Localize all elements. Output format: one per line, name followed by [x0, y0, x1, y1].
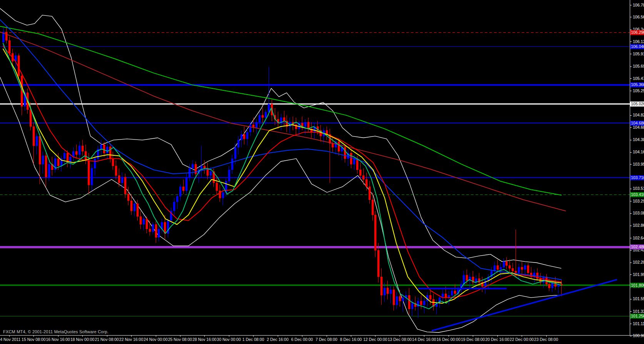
candle-bear	[338, 142, 340, 151]
time-tick-label: 16 Nov 16:00	[46, 337, 70, 342]
candle-bear	[155, 224, 157, 238]
price-tick-label: 106.130	[633, 39, 644, 44]
price-tick-label: 105.475	[633, 76, 644, 81]
candle-bull	[237, 140, 239, 147]
candle-bear	[387, 288, 389, 294]
price-tick-label: 104.385	[633, 137, 644, 142]
price-tick-label: 101.555	[633, 296, 644, 301]
candle-bull	[533, 273, 535, 277]
candle-bear	[88, 160, 90, 185]
candle-bull	[179, 187, 181, 196]
time-tick-label: 30 Nov 00:00	[217, 337, 241, 342]
time-tick-label: 22 Nov 16:00	[119, 337, 143, 342]
price-chart[interactable]: 106.780106.565106.345106.130105.910105.6…	[0, 0, 644, 344]
time-tick-label: 1 Dec 08:00	[242, 337, 264, 342]
price-badge-label: 106.040	[631, 44, 644, 49]
candle-bear	[408, 295, 410, 309]
candle-bull	[192, 164, 194, 168]
candle-bull	[48, 164, 50, 177]
candle-bear	[118, 176, 120, 183]
candle-bear	[344, 147, 346, 158]
price-tick-label: 104.165	[633, 150, 644, 154]
candle-bull	[417, 301, 419, 307]
price-tick-label: 102.205	[633, 260, 644, 264]
candle-bear	[109, 147, 111, 159]
candle-bear	[30, 110, 32, 126]
candle-bear	[365, 179, 367, 187]
price-badge-label: 105.360	[631, 82, 644, 87]
candle-bull	[402, 297, 404, 301]
candle-bear	[262, 115, 264, 118]
candle-bull	[94, 159, 96, 168]
candle-bull	[255, 122, 257, 128]
candle-bull	[249, 125, 251, 132]
candle-bull	[106, 147, 108, 153]
candle-bear	[429, 295, 431, 299]
candle-bull	[91, 168, 93, 185]
chart-background	[0, 0, 644, 344]
candle-bear	[146, 219, 148, 229]
candle-bear	[75, 151, 77, 155]
price-tick-label: 105.255	[633, 88, 644, 93]
candle-bear	[57, 159, 59, 166]
price-tick-label: 103.295	[633, 199, 644, 203]
candle-bull	[503, 262, 505, 268]
candle-bull	[176, 196, 178, 202]
time-tick-label: 22 Dec 00:00	[510, 337, 534, 342]
candle-bear	[356, 159, 358, 170]
time-tick-label: 8 Dec 16:00	[340, 337, 362, 342]
candle-bear	[130, 201, 132, 211]
candle-bear	[149, 229, 151, 232]
time-tick-label: 21 Nov 08:00	[95, 337, 119, 342]
candle-bull	[158, 229, 160, 238]
candle-bull	[423, 301, 425, 305]
candle-bull	[384, 288, 385, 295]
candle-bear	[497, 266, 499, 269]
price-badge-label: 103.410	[631, 192, 644, 197]
price-badge-label: 101.250	[631, 314, 644, 318]
candle-bear	[283, 118, 285, 121]
candle-bear	[399, 296, 401, 301]
candle-bull	[228, 170, 230, 181]
candle-bull	[185, 177, 187, 191]
price-badge-label: 101.800	[631, 283, 644, 287]
candle-bear	[521, 267, 523, 269]
candle-bull	[246, 132, 248, 139]
candle-bear	[393, 290, 395, 305]
candle-bear	[124, 177, 126, 194]
candle-bull	[121, 177, 123, 183]
candle-bull	[524, 266, 526, 269]
candle-bear	[372, 200, 374, 215]
candle-bear	[8, 40, 10, 53]
candle-bear	[140, 216, 142, 224]
candle-bull	[353, 159, 355, 165]
candle-bull	[304, 122, 306, 127]
candle-bull	[42, 156, 44, 164]
candle-bear	[182, 187, 184, 191]
candle-bear	[515, 271, 517, 273]
candle-bull	[234, 147, 236, 158]
price-tick-label: 105.910	[633, 52, 644, 56]
price-badge-label: 105.020	[631, 101, 644, 106]
candle-bull	[133, 204, 135, 211]
time-tick-label: 18 Nov 00:00	[70, 337, 95, 342]
candle-bear	[243, 135, 245, 139]
price-tick-label: 103.080	[633, 211, 644, 215]
time-tick-label: 7 Dec 08:00	[315, 337, 337, 342]
time-tick-label: 24 Nov 00:00	[143, 337, 168, 342]
candle-bull	[451, 291, 453, 296]
candle-bear	[112, 159, 114, 166]
candle-bull	[36, 136, 38, 146]
candle-bear	[548, 284, 550, 288]
candle-bear	[445, 294, 447, 297]
candle-bear	[466, 275, 468, 281]
candle-bull	[63, 153, 65, 159]
candle-bear	[512, 268, 514, 271]
candle-bear	[82, 146, 83, 151]
price-badge-label: 103.710	[631, 175, 644, 180]
time-tick-label: 6 Dec 00:00	[291, 337, 313, 342]
mt4-chart-window: 106.780106.565106.345106.130105.910105.6…	[0, 0, 644, 344]
time-tick-label: 28 Nov 16:00	[192, 337, 217, 342]
candle-bear	[39, 136, 41, 164]
candle-bear	[33, 126, 35, 146]
